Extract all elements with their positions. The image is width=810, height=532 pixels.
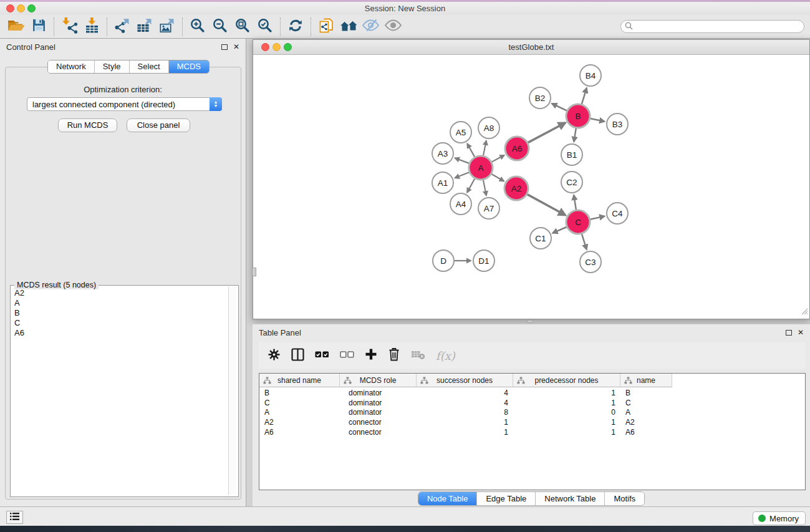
- minimize-window-button[interactable]: [17, 4, 25, 12]
- graph-edge-C-C1[interactable]: [552, 227, 566, 233]
- graph-edge-A-A6[interactable]: [492, 155, 504, 162]
- cell-shared-name[interactable]: A2: [259, 418, 340, 427]
- cell-shared-name[interactable]: A: [259, 408, 340, 417]
- graph-edge-C-C2[interactable]: [574, 195, 576, 210]
- cell-name[interactable]: B: [620, 389, 672, 397]
- column-header-name[interactable]: name: [620, 374, 672, 387]
- cell-successor-nodes[interactable]: 4: [417, 389, 513, 397]
- show-eye-button[interactable]: [382, 16, 405, 37]
- graph-node-A5[interactable]: A5: [450, 122, 471, 143]
- zoom-in-button[interactable]: [186, 16, 209, 37]
- search-box[interactable]: [620, 20, 804, 33]
- select-all-button[interactable]: [315, 350, 329, 362]
- graph-node-C2[interactable]: C2: [561, 172, 582, 193]
- import-network-button[interactable]: [58, 16, 80, 37]
- mcds-result-list[interactable]: A2ABCA6: [11, 288, 227, 494]
- cell-MCDS-role[interactable]: dominator: [340, 408, 417, 417]
- cell-name[interactable]: A: [620, 408, 672, 417]
- table-row[interactable]: Cdominator41C: [259, 398, 806, 408]
- network-close-button[interactable]: [261, 43, 269, 51]
- result-item-A[interactable]: A: [11, 298, 227, 308]
- graph-node-B2[interactable]: B2: [529, 87, 551, 109]
- export-image-button[interactable]: [156, 16, 178, 37]
- graph-node-A2[interactable]: A2: [504, 177, 528, 200]
- tab-network-table[interactable]: Network Table: [535, 492, 604, 505]
- result-item-C[interactable]: C: [11, 318, 227, 328]
- close-panel-button[interactable]: Close panel: [127, 118, 190, 132]
- graph-node-A3[interactable]: A3: [432, 143, 453, 164]
- column-header-shared-name[interactable]: shared name: [259, 374, 340, 387]
- cell-predecessor-nodes[interactable]: 0: [513, 408, 620, 417]
- graph-node-C[interactable]: C: [566, 210, 590, 234]
- column-header-predecessor-nodes[interactable]: predecessor nodes: [513, 374, 620, 387]
- cell-successor-nodes[interactable]: 4: [417, 399, 513, 407]
- import-table-button[interactable]: [80, 16, 103, 37]
- close-table-panel-icon[interactable]: ✕: [798, 329, 804, 336]
- splitter-handle[interactable]: [527, 320, 533, 323]
- result-scrollbar[interactable]: [228, 287, 236, 495]
- close-window-button[interactable]: [6, 4, 14, 12]
- table-row[interactable]: A2connector11A2: [259, 417, 806, 427]
- graph-edge-A-A4[interactable]: [467, 179, 475, 193]
- graph-edge-B-B2[interactable]: [552, 104, 567, 110]
- graph-node-C4[interactable]: C4: [607, 203, 628, 224]
- resize-grip-icon[interactable]: [800, 306, 808, 317]
- tab-node-table[interactable]: Node Table: [418, 492, 477, 505]
- graph-edge-A-A8[interactable]: [483, 141, 486, 156]
- float-table-panel-icon[interactable]: [786, 330, 792, 336]
- cell-successor-nodes[interactable]: 1: [417, 428, 513, 437]
- cell-name[interactable]: C: [620, 399, 672, 407]
- deselect-all-button[interactable]: [340, 350, 354, 362]
- cell-MCDS-role[interactable]: connector: [340, 418, 417, 427]
- graph-edge-A-A7[interactable]: [483, 180, 486, 196]
- graph-edge-A-A5[interactable]: [467, 143, 475, 157]
- search-input[interactable]: [633, 21, 804, 32]
- graph-node-D1[interactable]: D1: [473, 250, 494, 271]
- zoom-out-button[interactable]: [209, 16, 231, 37]
- graph-edge-A-A2[interactable]: [491, 174, 504, 181]
- cell-shared-name[interactable]: A6: [259, 428, 340, 437]
- column-header-successor-nodes[interactable]: successor nodes: [417, 374, 513, 387]
- cell-predecessor-nodes[interactable]: 1: [513, 389, 620, 397]
- hide-eye-button[interactable]: [360, 16, 382, 37]
- cell-shared-name[interactable]: B: [259, 389, 340, 397]
- tab-style[interactable]: Style: [94, 60, 129, 73]
- cell-name[interactable]: A6: [620, 428, 672, 437]
- table-row[interactable]: A6connector11A6: [259, 427, 806, 437]
- graph-node-B[interactable]: B: [566, 104, 590, 128]
- tab-mcds[interactable]: MCDS: [168, 60, 209, 73]
- graph-edge-C-C4[interactable]: [591, 216, 605, 220]
- graph-edge-B-B1[interactable]: [574, 128, 576, 142]
- network-window-titlebar[interactable]: testGlobe.txt: [253, 40, 809, 55]
- cell-MCDS-role[interactable]: connector: [340, 428, 417, 437]
- tab-network[interactable]: Network: [48, 60, 94, 73]
- graph-edge-A6-B[interactable]: [528, 123, 566, 143]
- graph-node-A6[interactable]: A6: [505, 137, 529, 160]
- float-panel-icon[interactable]: [221, 44, 228, 50]
- save-button[interactable]: [27, 16, 50, 37]
- graph-edge-A-A1[interactable]: [455, 172, 470, 178]
- graph-node-C3[interactable]: C3: [580, 251, 601, 273]
- column-header-MCDS-role[interactable]: MCDS role: [340, 374, 417, 387]
- delete-column-button[interactable]: [388, 347, 400, 364]
- cell-predecessor-nodes[interactable]: 1: [513, 418, 620, 427]
- network-graph-canvas[interactable]: B4B2BB3A8A5A6A3B1AA1C2A2A4A7CC4C1C3DD1: [253, 56, 809, 319]
- home-button[interactable]: [337, 16, 360, 37]
- column-layout-button[interactable]: [291, 348, 304, 364]
- cell-predecessor-nodes[interactable]: 1: [513, 428, 620, 437]
- tab-edge-table[interactable]: Edge Table: [476, 492, 535, 505]
- graph-node-A1[interactable]: A1: [432, 172, 453, 193]
- run-mcds-button[interactable]: Run MCDS: [58, 118, 117, 132]
- network-minimize-button[interactable]: [272, 43, 281, 51]
- cell-MCDS-role[interactable]: dominator: [340, 389, 417, 397]
- graph-node-C1[interactable]: C1: [530, 228, 551, 249]
- graph-node-A8[interactable]: A8: [478, 117, 499, 138]
- cell-successor-nodes[interactable]: 8: [417, 408, 513, 417]
- graph-edge-A2-C[interactable]: [528, 195, 566, 215]
- zoom-fit-button[interactable]: [231, 16, 254, 37]
- cell-shared-name[interactable]: C: [259, 399, 340, 407]
- graph-edge-B-B4[interactable]: [582, 88, 587, 104]
- add-column-button[interactable]: [365, 348, 377, 363]
- graph-edge-A-A3[interactable]: [455, 158, 470, 163]
- graph-node-A7[interactable]: A7: [478, 198, 499, 219]
